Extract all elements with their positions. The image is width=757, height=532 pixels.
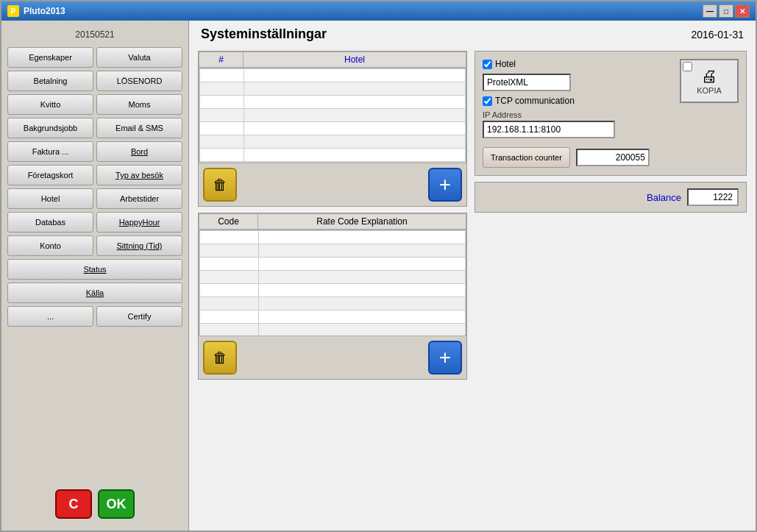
balance-value-input[interactable] <box>687 188 739 206</box>
sidebar-btn-moms[interactable]: Moms <box>96 94 182 115</box>
right-panel: Hotel TCP communication <box>475 51 747 522</box>
kopia-box: 🖨 KOPIA <box>680 59 739 103</box>
sidebar-btn-arbetstider[interactable]: Arbetstider <box>96 188 182 209</box>
table-row <box>200 271 466 284</box>
sidebar-btn-happyhour[interactable]: HappyHour <box>96 212 182 233</box>
transaction-counter-button[interactable]: Transaction counter <box>483 147 570 168</box>
sidebar-btn-hotel[interactable]: Hotel <box>7 188 93 209</box>
restore-button[interactable]: □ <box>719 4 733 18</box>
tcp-checkbox[interactable] <box>483 96 492 106</box>
protel-input[interactable] <box>483 74 571 91</box>
sidebar-btn-egenskaper[interactable]: Egenskaper <box>7 47 93 68</box>
hotel-checkbox[interactable] <box>483 60 492 69</box>
sidebar-btn-faktura[interactable]: Faktura ... <box>7 141 93 162</box>
sidebar-btn-typ-av-besok[interactable]: Typ av besök <box>96 165 182 185</box>
ip-section: IP Address <box>483 110 615 138</box>
hotel-table-body <box>199 68 466 162</box>
main-header: Systeminställningar 2016-01-31 <box>189 21 756 48</box>
rate-panel-actions: 🗑 + <box>199 336 466 379</box>
hotel-table-scroll[interactable] <box>199 68 466 163</box>
rate-delete-button[interactable]: 🗑 <box>203 341 237 375</box>
app-date: 20150521 <box>7 26 182 40</box>
btn-row-5: Faktura ... Bord <box>7 141 182 162</box>
tcp-row: TCP communication <box>483 96 615 106</box>
table-row <box>200 231 466 244</box>
sidebar-btn-sittning[interactable]: Sittning (Tid) <box>96 235 182 256</box>
kopia-label: KOPIA <box>697 86 722 95</box>
rate-panel: Code Rate Code Explanation <box>198 213 467 380</box>
hotel-table-panel: # Hotel <box>198 51 467 207</box>
sidebar-btn-valuta[interactable]: Valuta <box>96 47 182 68</box>
sidebar-btn-dots[interactable]: ... <box>7 306 93 327</box>
window-title: Pluto2013 <box>24 6 65 16</box>
sidebar-btn-foretagskort[interactable]: Företagskort <box>7 165 93 185</box>
sidebar-btn-email-sms[interactable]: Email & SMS <box>96 118 182 138</box>
sidebar-btn-betalning[interactable]: Betalning <box>7 71 93 91</box>
rate-add-button[interactable]: + <box>428 341 462 375</box>
table-row <box>200 135 466 149</box>
transaction-value-input[interactable] <box>576 149 650 166</box>
table-row <box>200 82 466 96</box>
hotel-col-header: Hotel <box>244 52 466 68</box>
hotel-add-button[interactable]: + <box>428 168 462 202</box>
rate-table-body <box>199 230 466 336</box>
kopia-checkbox[interactable] <box>683 62 692 71</box>
rate-table-scroll[interactable] <box>199 230 466 336</box>
printer-icon: 🖨 <box>701 67 717 86</box>
sidebar: 20150521 Egenskaper Valuta Betalning LÖS… <box>1 21 189 531</box>
close-button[interactable]: ✕ <box>735 4 750 18</box>
sidebar-btn-konto[interactable]: Konto <box>7 235 93 256</box>
sidebar-btn-bakgrundsjobb[interactable]: Bakgrundsjobb <box>7 118 93 138</box>
protel-input-wrap <box>483 74 615 91</box>
tcp-label: TCP communication <box>495 96 575 106</box>
btn-row-6: Företagskort Typ av besök <box>7 165 182 185</box>
table-row <box>200 109 466 122</box>
sidebar-btn-databas[interactable]: Databas <box>7 212 93 233</box>
hotel-checkbox-row: Hotel <box>483 59 615 69</box>
btn-row-3: Kvitto Moms <box>7 94 182 115</box>
rate-table-header: Code Rate Code Explanation <box>199 213 466 230</box>
sidebar-btn-kalla[interactable]: Källa <box>7 283 182 303</box>
btn-row-9: Konto Sittning (Tid) <box>7 235 182 256</box>
table-row <box>200 96 466 109</box>
balance-row: Balance <box>475 182 747 213</box>
sidebar-btn-bord[interactable]: Bord <box>96 141 182 162</box>
sidebar-btn-kvitto[interactable]: Kvitto <box>7 94 93 115</box>
btn-row-7: Hotel Arbetstider <box>7 188 182 209</box>
table-row <box>200 149 466 162</box>
cancel-button[interactable]: C <box>55 489 92 519</box>
ip-input[interactable] <box>483 121 615 138</box>
hotel-panel-actions: 🗑 + <box>199 163 466 206</box>
btn-row-8: Databas HappyHour <box>7 212 182 233</box>
sidebar-btn-certify[interactable]: Certify <box>96 306 182 327</box>
table-row <box>200 69 466 82</box>
balance-label: Balance <box>647 192 681 203</box>
hotel-table: # Hotel <box>199 52 466 68</box>
bottom-buttons: C OK <box>7 489 182 525</box>
left-panels: # Hotel <box>198 51 467 522</box>
page-title: Systeminställningar <box>201 26 327 42</box>
main-body: # Hotel <box>189 48 756 531</box>
sidebar-btn-status[interactable]: Status <box>7 259 182 280</box>
hotel-top: Hotel TCP communication <box>483 59 739 138</box>
hotel-delete-button[interactable]: 🗑 <box>203 168 237 202</box>
hash-col-header: # <box>199 52 244 68</box>
system-date: 2016-01-31 <box>691 29 744 40</box>
btn-row-1: Egenskaper Valuta <box>7 47 182 68</box>
app-icon: P <box>7 5 19 17</box>
btn-row-2: Betalning LÖSENORD <box>7 71 182 91</box>
minimize-button[interactable]: — <box>703 4 717 18</box>
btn-row-bottom: ... Certify <box>7 306 182 327</box>
title-bar-left: P Pluto2013 <box>7 5 65 17</box>
transaction-row: Transaction counter <box>483 147 739 168</box>
table-row <box>200 258 466 271</box>
table-row <box>200 244 466 258</box>
table-row <box>200 122 466 135</box>
table-row <box>200 284 466 297</box>
ok-button[interactable]: OK <box>98 489 135 519</box>
hotel-settings: Hotel TCP communication <box>475 51 747 176</box>
title-bar-controls: — □ ✕ <box>703 4 750 18</box>
sidebar-btn-losenord[interactable]: LÖSENORD <box>96 71 182 91</box>
hotel-right: 🖨 KOPIA <box>680 59 739 103</box>
table-row <box>200 311 466 324</box>
